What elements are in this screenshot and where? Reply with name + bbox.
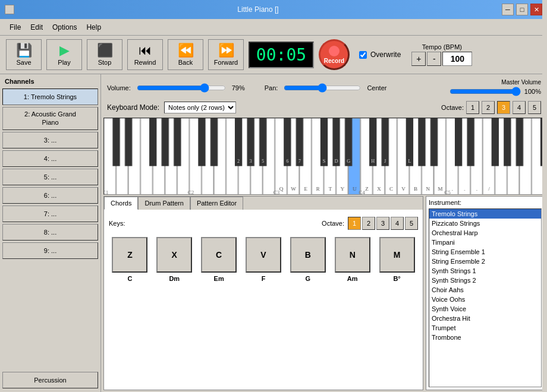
instrument-orchestra-hit[interactable]: Orchestra Hit: [429, 314, 541, 323]
instrument-voice-oohs[interactable]: Voice Oohs: [429, 295, 541, 304]
title-bar: Little Piano [] ─ □ ✕: [0, 0, 547, 19]
volume-slider-container: [137, 82, 226, 94]
instrument-pizzicato-strings[interactable]: Pizzicato Strings: [429, 219, 541, 228]
left-bottom-panel: Chords Drum Pattern Pattern Editor Keys:…: [103, 196, 423, 390]
channel-5[interactable]: 5: ...: [2, 169, 98, 185]
forward-button[interactable]: ⏩ Forward: [208, 39, 244, 70]
chord-b-button[interactable]: B: [290, 237, 326, 273]
pan-slider[interactable]: [284, 83, 361, 93]
overwrite-label: Overwrite: [370, 50, 401, 59]
toolbar: 💾 Save ▶ Play ⬛ Stop ⏮ Rewind ⏪ Back ⏩ F…: [0, 36, 547, 74]
chord-z-button[interactable]: Z: [112, 237, 147, 273]
stop-button[interactable]: ⬛ Stop: [87, 39, 122, 70]
chord-c-button[interactable]: C: [201, 237, 237, 273]
rewind-button[interactable]: ⏮ Rewind: [127, 39, 163, 70]
chords-oct-btn-2[interactable]: 2: [362, 217, 375, 230]
menu-help[interactable]: Help: [81, 21, 106, 34]
chord-key-v: V F: [243, 237, 285, 282]
chord-key-m: M B°: [376, 237, 418, 282]
chord-key-b: B G: [287, 237, 329, 282]
chord-key-n: N Am: [331, 237, 373, 282]
maximize-button[interactable]: □: [516, 4, 528, 15]
master-volume-value: 100%: [524, 88, 541, 95]
volume-slider[interactable]: [137, 83, 226, 93]
chord-v-button[interactable]: V: [246, 237, 281, 273]
pan-value: Center: [367, 84, 388, 91]
chord-b-name: G: [306, 275, 311, 282]
instrument-label: Instrument:: [429, 199, 542, 206]
master-volume-section: Master Volume 100%: [449, 79, 541, 96]
tempo-plus-button[interactable]: +: [411, 52, 426, 66]
chords-oct-btn-1[interactable]: 1: [348, 217, 361, 230]
channel-8[interactable]: 8: ...: [2, 224, 98, 241]
octave-btn-1[interactable]: 1: [466, 101, 479, 114]
scrollbar[interactable]: [542, 0, 547, 392]
play-button[interactable]: ▶ Play: [46, 39, 82, 70]
octave-btn-2[interactable]: 2: [482, 101, 495, 114]
octave-btn-3[interactable]: 3: [497, 101, 510, 114]
tempo-value: 100: [442, 52, 472, 66]
bottom-panel: Chords Drum Pattern Pattern Editor Keys:…: [103, 196, 545, 390]
channel-1[interactable]: 1: Tremolo Strings: [2, 88, 98, 105]
menu-file[interactable]: File: [5, 21, 26, 34]
instrument-synth-voice[interactable]: Synth Voice: [429, 304, 541, 314]
tab-drum-pattern[interactable]: Drum Pattern: [138, 197, 190, 210]
chords-oct-btn-4[interactable]: 4: [391, 217, 404, 230]
chords-oct-btn-3[interactable]: 3: [376, 217, 389, 230]
channel-4[interactable]: 4: ...: [2, 150, 98, 167]
record-button[interactable]: Record: [319, 39, 350, 70]
instrument-choir-aahs[interactable]: Choir Aahs: [429, 285, 541, 295]
instrument-string-ensemble-1[interactable]: String Ensemble 1: [429, 247, 541, 257]
instrument-orchestral-harp[interactable]: Orchestral Harp: [429, 228, 541, 238]
piano-svg: (function() { // We'll draw this via SVG…: [104, 118, 544, 195]
chord-x-button[interactable]: X: [156, 237, 192, 273]
channel-7[interactable]: 7: ...: [2, 206, 98, 222]
octave-btn-5[interactable]: 5: [528, 101, 541, 114]
tab-chords[interactable]: Chords: [104, 197, 138, 210]
back-button[interactable]: ⏪ Back: [168, 39, 203, 70]
record-icon: [329, 46, 339, 56]
channel-percussion[interactable]: Percussion: [2, 372, 98, 388]
tab-pattern-editor[interactable]: Pattern Editor: [190, 197, 243, 210]
chords-octave-label: Octave:: [322, 220, 344, 227]
window-icon: [5, 5, 14, 14]
octave-btn-4[interactable]: 4: [513, 101, 526, 114]
chords-oct-btn-5[interactable]: 5: [405, 217, 418, 230]
instrument-synth-strings-1[interactable]: Synth Strings 1: [429, 266, 541, 276]
menu-edit[interactable]: Edit: [26, 21, 48, 34]
instrument-synth-strings-2[interactable]: Synth Strings 2: [429, 276, 541, 285]
channel-6[interactable]: 6: ...: [2, 187, 98, 204]
chords-octave-section: Octave: 1 2 3 4 5: [322, 217, 418, 230]
keyboard-mode-row: Keyboard Mode: Notes only (2 rows) Full …: [103, 99, 545, 116]
right-panel: Volume: 79% Pan: Center Master Volume 10…: [101, 74, 547, 392]
channel-3[interactable]: 3: ...: [2, 132, 98, 148]
instrument-list[interactable]: Tremolo Strings Pizzicato Strings Orches…: [429, 208, 542, 387]
minimize-button[interactable]: ─: [502, 4, 514, 15]
chords-keys-label: Keys:: [109, 220, 125, 227]
chord-v-name: F: [262, 275, 266, 282]
overwrite-checkbox[interactable]: [359, 51, 367, 59]
instrument-tremolo-strings[interactable]: Tremolo Strings: [429, 209, 541, 219]
channel-2[interactable]: 2: Acoustic GrandPiano: [2, 107, 98, 130]
chord-n-name: Am: [347, 275, 358, 282]
tempo-minus-button[interactable]: -: [427, 52, 441, 66]
close-button[interactable]: ✕: [530, 4, 542, 15]
time-display: 00:05: [249, 42, 314, 68]
instrument-string-ensemble-2[interactable]: String Ensemble 2: [429, 257, 541, 266]
instrument-trumpet[interactable]: Trumpet: [429, 323, 541, 333]
stop-icon: ⬛: [97, 44, 113, 57]
keyboard-mode-select[interactable]: Notes only (2 rows) Full keyboard: [164, 102, 236, 113]
main-content: Channels 1: Tremolo Strings 2: Acoustic …: [0, 74, 547, 392]
piano-keyboard: (function() { // We'll draw this via SVG…: [103, 118, 545, 195]
instrument-trombone[interactable]: Trombone: [429, 333, 541, 342]
chord-key-z: Z C: [109, 237, 151, 282]
chord-n-button[interactable]: N: [335, 237, 370, 273]
instrument-timpani[interactable]: Timpani: [429, 238, 541, 247]
chord-m-button[interactable]: M: [379, 237, 415, 273]
chords-octave-buttons: 1 2 3 4 5: [348, 217, 418, 230]
master-volume-slider[interactable]: [449, 87, 521, 96]
menu-options[interactable]: Options: [48, 21, 81, 34]
channel-9[interactable]: 9: ...: [2, 242, 98, 259]
save-button[interactable]: 💾 Save: [6, 39, 42, 70]
window-controls: ─ □ ✕: [502, 4, 542, 15]
